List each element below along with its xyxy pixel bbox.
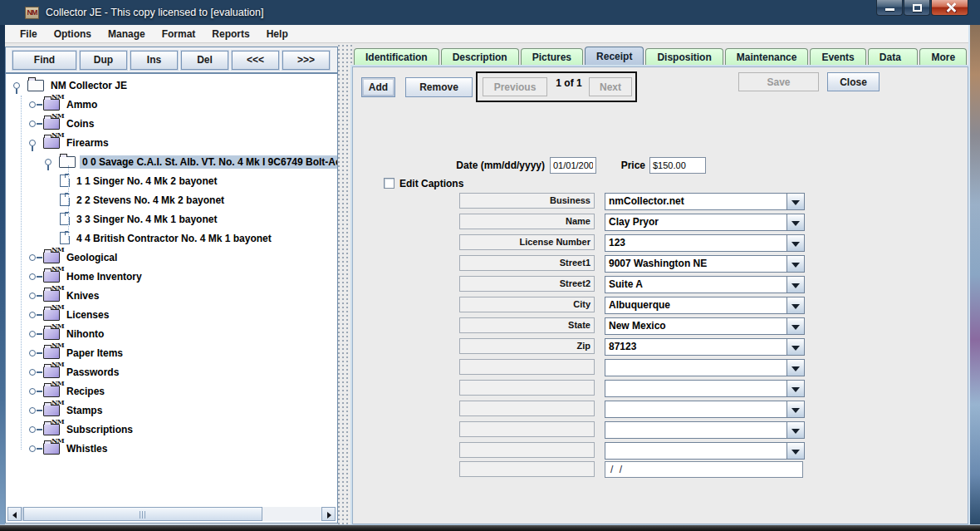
minimize-button[interactable] (876, 0, 903, 16)
panel-splitter[interactable] (338, 43, 352, 524)
chevron-down-icon[interactable] (786, 401, 804, 417)
menu-format[interactable]: Format (154, 25, 204, 43)
tree-node-passwords[interactable]: NMPasswords (6, 362, 337, 381)
caption-field-city[interactable]: City (459, 297, 595, 312)
tree-collapsed-handle-icon[interactable] (28, 425, 42, 434)
tab-disposition[interactable]: Disposition (645, 48, 723, 66)
chevron-down-icon[interactable] (786, 443, 804, 459)
tree-node-paper-items[interactable]: NMPaper Items (6, 343, 337, 362)
menu-help[interactable]: Help (258, 25, 296, 43)
tab-events[interactable]: Events (810, 48, 865, 66)
caption-field-empty[interactable] (459, 442, 595, 458)
tree-node-home-inventory[interactable]: NMHome Inventory (6, 267, 337, 286)
tree-node-0-0-savage-c-a-i-st-alb-vt-n[interactable]: 0 0 Savage C.A.I. St. Alb. VT. No. 4 Mk … (6, 152, 337, 171)
tree-node-stamps[interactable]: NMStamps (6, 401, 337, 420)
tree-node-licenses[interactable]: NMLicenses (6, 305, 337, 324)
tree-node-whistles[interactable]: NMWhistles (6, 439, 337, 458)
tree-node-4-4-british-contractor-no-4-[interactable]: 4 4 British Contractor No. 4 Mk 1 bayone… (6, 229, 337, 248)
toolbar-button-dup[interactable]: Dup (80, 51, 127, 70)
menu-reports[interactable]: Reports (203, 25, 257, 43)
toolbar-button-del[interactable]: Del (181, 51, 228, 70)
save-button[interactable]: Save (738, 72, 819, 91)
tree-node-nm-collector-je[interactable]: NM Collector JE (6, 76, 337, 95)
tree-collapsed-handle-icon[interactable] (28, 253, 42, 262)
caption-field-empty[interactable] (459, 461, 595, 477)
caption-field-empty[interactable] (459, 401, 595, 416)
caption-field-empty[interactable] (459, 421, 595, 437)
combo-empty[interactable] (605, 359, 805, 376)
tree-collapsed-handle-icon[interactable] (28, 368, 42, 376)
tab-maintenance[interactable]: Maintenance (725, 48, 809, 66)
toolbar-button-ins[interactable]: Ins (130, 51, 178, 70)
tree-collapsed-handle-icon[interactable] (28, 101, 42, 109)
tree-expanded-handle-icon[interactable] (28, 139, 42, 147)
tab-receipt[interactable]: Receipt (585, 47, 644, 66)
caption-field-street1[interactable]: Street1 (459, 255, 595, 271)
scroll-left-icon[interactable] (7, 507, 22, 521)
tree-collapsed-handle-icon[interactable] (28, 387, 42, 396)
price-input[interactable] (649, 157, 706, 174)
tree-expanded-handle-icon[interactable] (12, 81, 26, 90)
combo-city[interactable]: Albuquerque (605, 297, 805, 314)
chevron-down-icon[interactable] (786, 422, 804, 438)
combo-name[interactable]: Clay Pryor (605, 214, 805, 231)
toolbar-button-empty[interactable]: <<< (232, 51, 279, 70)
caption-field-state[interactable]: State (459, 317, 595, 333)
caption-field-zip[interactable]: Zip (459, 338, 595, 354)
combo-street2[interactable]: Suite A (605, 276, 805, 293)
remove-button[interactable]: Remove (405, 77, 473, 97)
caption-field-empty[interactable] (459, 380, 595, 396)
combo-business[interactable]: nmCollector.net (605, 193, 805, 210)
tree-collapsed-handle-icon[interactable] (28, 292, 42, 300)
toolbar-button-empty[interactable]: >>> (282, 51, 330, 70)
tab-more[interactable]: More (919, 48, 967, 66)
tree-collapsed-handle-icon[interactable] (28, 311, 42, 319)
combo-empty[interactable] (605, 442, 805, 460)
tab-description[interactable]: Description (441, 48, 519, 66)
chevron-down-icon[interactable] (786, 235, 804, 251)
combo-state[interactable]: New Mexico (605, 317, 805, 335)
tree-collapsed-handle-icon[interactable] (28, 330, 42, 338)
caption-field-street2[interactable]: Street2 (459, 276, 595, 292)
caption-field-business[interactable]: Business (459, 193, 595, 209)
tab-data-sheet[interactable]: Data Sheet (868, 48, 919, 66)
tree-node-3-3-singer-no-4-mk-1-bayonet[interactable]: 3 3 Singer No. 4 Mk 1 bayonet (6, 209, 337, 229)
date-input[interactable] (550, 157, 596, 174)
tree-node-2-2-stevens-no-4-mk-2-bayone[interactable]: 2 2 Stevens No. 4 Mk 2 bayonet (6, 190, 337, 209)
scroll-right-icon[interactable] (321, 507, 336, 521)
chevron-down-icon[interactable] (786, 194, 804, 209)
tree-collapsed-handle-icon[interactable] (28, 120, 42, 128)
tree-node-1-1-singer-no-4-mk-2-bayonet[interactable]: 1 1 Singer No. 4 Mk 2 bayonet (6, 171, 337, 190)
combo-empty[interactable] (605, 380, 805, 397)
caption-field-license-number[interactable]: License Number (459, 234, 595, 250)
chevron-down-icon[interactable] (786, 277, 804, 293)
maximize-button[interactable] (904, 0, 930, 16)
chevron-down-icon[interactable] (786, 256, 804, 272)
edit-captions-checkbox[interactable] (384, 178, 394, 189)
tree-node-firearms[interactable]: NMFirearms (6, 133, 337, 152)
combo-empty[interactable] (605, 401, 805, 418)
close-button[interactable]: Close (827, 72, 880, 91)
tree-collapsed-handle-icon[interactable] (28, 445, 42, 453)
caption-field-name[interactable]: Name (459, 214, 595, 229)
chevron-down-icon[interactable] (786, 339, 804, 355)
tree-node-knives[interactable]: NMKnives (6, 286, 337, 305)
menu-file[interactable]: File (12, 25, 46, 43)
tree-node-geological[interactable]: NMGeological (6, 248, 337, 267)
previous-button[interactable]: Previous (483, 77, 547, 96)
date-text-field[interactable]: / / (605, 461, 803, 478)
next-button[interactable]: Next (589, 77, 632, 96)
toolbar-button-find[interactable]: Find (12, 51, 76, 70)
tree-collapsed-handle-icon[interactable] (28, 273, 42, 281)
tree-expanded-handle-icon[interactable] (44, 158, 57, 166)
tree-node-subscriptions[interactable]: NMSubscriptions (6, 420, 337, 439)
tree-node-nihonto[interactable]: NMNihonto (6, 324, 337, 343)
chevron-down-icon[interactable] (786, 318, 804, 334)
tree-node-coins[interactable]: NMCoins (6, 114, 337, 133)
menu-options[interactable]: Options (46, 25, 100, 43)
add-button[interactable]: Add (361, 77, 395, 97)
tree-node-ammo[interactable]: NMAmmo (6, 95, 337, 114)
menu-manage[interactable]: Manage (100, 25, 154, 43)
caption-field-empty[interactable] (459, 359, 595, 375)
tree-collapsed-handle-icon[interactable] (28, 406, 42, 415)
